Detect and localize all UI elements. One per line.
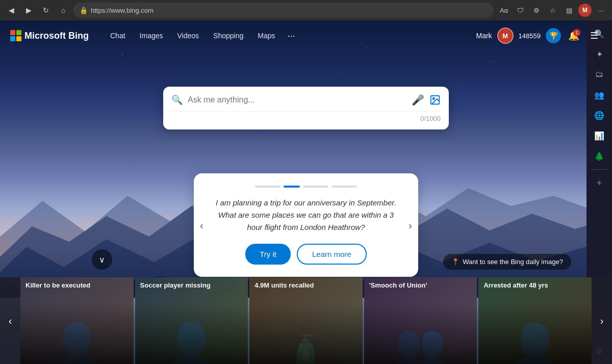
- logo-blue: [10, 36, 15, 41]
- browser-chrome: ◀ ▶ ↻ ⌂ 🔒 https://www.bing.com Aα 🛡 ⚙ ☆ …: [0, 0, 612, 20]
- daily-image-button[interactable]: 📍 Want to see the Bing daily image?: [443, 254, 571, 270]
- logo-red: [10, 30, 15, 35]
- daily-image-label: Want to see the Bing daily image?: [463, 258, 563, 266]
- learn-more-button[interactable]: Learn more: [297, 244, 367, 265]
- carousel-prev-button[interactable]: ‹: [198, 217, 206, 233]
- url-text: https://www.bing.com: [91, 7, 488, 14]
- news-card-2[interactable]: Soccer player missing 👤: [135, 277, 248, 364]
- sidebar-office-button[interactable]: 📊: [590, 126, 608, 145]
- reward-icon[interactable]: 🏆: [546, 28, 561, 43]
- collections-button[interactable]: ▤: [562, 3, 576, 17]
- carousel-dots: [210, 186, 402, 188]
- news-card-overlay-3: [249, 277, 363, 364]
- logo-yellow: [16, 36, 21, 41]
- forward-button[interactable]: ▶: [21, 3, 36, 17]
- search-container: 🔍 🎤 0/1000: [163, 87, 449, 129]
- search-input[interactable]: [188, 95, 406, 105]
- news-card-title-5: Arrested after 48 yrs: [483, 281, 586, 290]
- carousel-text: I am planning a trip for our anniversary…: [210, 197, 402, 233]
- news-card-4[interactable]: 'Smooch of Union' 👥: [364, 277, 477, 364]
- search-input-row: 🔍 🎤: [171, 94, 441, 106]
- sidebar-people-button[interactable]: 👥: [590, 86, 608, 104]
- notification-icon[interactable]: 🔔 1: [566, 28, 581, 43]
- location-icon: 📍: [451, 258, 460, 266]
- news-card-title-4: 'Smooch of Union': [369, 281, 472, 290]
- favorites-button[interactable]: ☆: [546, 3, 560, 17]
- carousel-card: ‹ I am planning a trip for our anniversa…: [194, 173, 418, 277]
- news-card-overlay-2: [135, 277, 248, 364]
- nav-videos[interactable]: Videos: [171, 29, 206, 43]
- points-badge: 148559: [519, 32, 541, 40]
- user-area: Mark M 148559 🏆 🔔 1 ☰: [476, 28, 602, 44]
- refresh-button[interactable]: ↻: [39, 3, 53, 17]
- page-wrapper: Microsoft Bing Chat Images Videos Shoppi…: [0, 20, 612, 364]
- news-card-title-2: Soccer player missing: [140, 281, 243, 290]
- search-icon: 🔍: [171, 94, 183, 106]
- logo-green: [16, 30, 21, 35]
- extensions-button[interactable]: ⚙: [529, 3, 544, 17]
- sidebar-collection-button[interactable]: 🗂: [590, 65, 608, 84]
- sidebar-divider: [592, 169, 607, 170]
- hamburger-menu[interactable]: ☰: [586, 28, 602, 43]
- news-card-3[interactable]: 4.9M units recalled 🧴: [249, 277, 363, 364]
- news-prev-button[interactable]: ‹: [0, 277, 20, 364]
- carousel-dot-2[interactable]: [284, 186, 300, 188]
- browser-actions: Aα 🛡 ⚙ ☆ ▤ M ···: [497, 3, 608, 17]
- svg-point-1: [432, 97, 435, 99]
- bing-logo-text: Microsoft Bing: [24, 31, 89, 41]
- back-button[interactable]: ◀: [4, 3, 18, 17]
- bing-header: Microsoft Bing Chat Images Videos Shoppi…: [0, 20, 612, 51]
- news-cards: Killer to be executed 👤 Soccer player mi…: [20, 277, 592, 364]
- carousel-dot-1[interactable]: [255, 186, 280, 188]
- notification-badge: 1: [573, 29, 580, 36]
- address-bar[interactable]: 🔒 https://www.bing.com: [73, 3, 494, 18]
- mic-button[interactable]: 🎤: [412, 94, 424, 106]
- read-aloud-button[interactable]: Aα: [497, 3, 511, 17]
- lock-icon: 🔒: [80, 7, 88, 14]
- news-next-button[interactable]: ›: [592, 277, 612, 364]
- bing-logo: Microsoft Bing: [10, 30, 89, 41]
- carousel-dot-4[interactable]: [332, 186, 357, 188]
- sidebar-add-button[interactable]: +: [590, 174, 608, 192]
- news-card-title-1: Killer to be executed: [26, 281, 129, 290]
- browser-more-button[interactable]: ···: [594, 3, 608, 17]
- nav-images[interactable]: Images: [134, 29, 169, 43]
- nav-more[interactable]: ···: [283, 29, 299, 43]
- scroll-down-button[interactable]: ∨: [92, 249, 112, 270]
- try-it-button[interactable]: Try it: [245, 244, 291, 265]
- news-card-title-3: 4.9M units recalled: [254, 281, 358, 290]
- home-button[interactable]: ⌂: [56, 3, 70, 17]
- news-card-overlay-5: [478, 277, 592, 364]
- search-box: 🔍 🎤 0/1000: [163, 87, 449, 129]
- news-card-1[interactable]: Killer to be executed 👤: [20, 277, 134, 364]
- bing-nav: Chat Images Videos Shopping Maps ···: [104, 29, 476, 43]
- bing-main: Microsoft Bing Chat Images Videos Shoppi…: [0, 20, 612, 364]
- news-card-5[interactable]: Arrested after 48 yrs 👤: [478, 277, 592, 364]
- carousel-dot-3[interactable]: [303, 186, 328, 188]
- search-divider: [171, 111, 441, 112]
- carousel-buttons: Try it Learn more: [210, 244, 402, 265]
- nav-shopping[interactable]: Shopping: [207, 29, 249, 43]
- news-strip: ‹ Killer to be executed 👤 Soccer player …: [0, 277, 612, 364]
- nav-maps[interactable]: Maps: [251, 29, 281, 43]
- microsoft-logo: [10, 30, 21, 41]
- search-counter: 0/1000: [171, 115, 441, 122]
- carousel-next-button[interactable]: ›: [406, 217, 414, 233]
- user-name: Mark: [476, 32, 492, 40]
- news-card-overlay-4: [364, 277, 477, 364]
- profile-circle[interactable]: M: [578, 4, 592, 17]
- browser-toolbar: ◀ ▶ ↻ ⌂ 🔒 https://www.bing.com Aα 🛡 ⚙ ☆ …: [0, 0, 612, 20]
- news-card-overlay-1: [20, 277, 134, 364]
- image-search-button[interactable]: [429, 94, 441, 106]
- tracking-button[interactable]: 🛡: [513, 3, 527, 17]
- nav-chat[interactable]: Chat: [104, 29, 132, 43]
- user-avatar[interactable]: M: [497, 28, 514, 44]
- sidebar-globe-button[interactable]: 🌐: [590, 106, 608, 124]
- sidebar-tree-button[interactable]: 🌲: [590, 147, 608, 165]
